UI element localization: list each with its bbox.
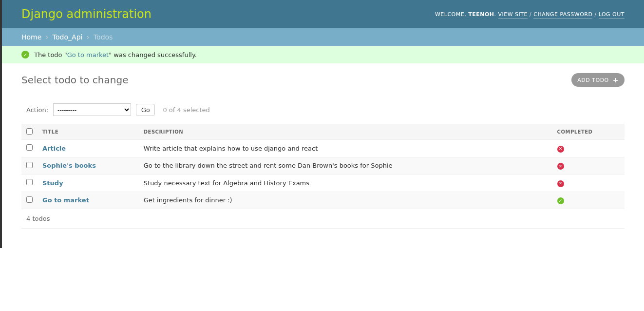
cross-icon: ✕: [557, 163, 564, 170]
site-name[interactable]: Django administration: [21, 7, 152, 21]
action-select[interactable]: ---------: [53, 103, 131, 116]
header: Django administration WELCOME, TEENOH. V…: [2, 0, 644, 28]
add-todo-button[interactable]: ADD TODO +: [571, 73, 625, 87]
logout-link[interactable]: LOG OUT: [599, 11, 625, 19]
header-title[interactable]: TITLE: [38, 124, 139, 140]
row-title-link[interactable]: Sophie's books: [42, 162, 96, 169]
message-object-link[interactable]: Go to market: [67, 51, 109, 58]
row-title-link[interactable]: Article: [42, 145, 66, 152]
table-row: ArticleWrite article that explains how t…: [21, 140, 625, 157]
action-counter: 0 of 4 selected: [163, 106, 209, 114]
user-tools: WELCOME, TEENOH. VIEW SITE / CHANGE PASS…: [435, 11, 625, 18]
page-title: Select todo to change: [21, 74, 128, 86]
plus-icon: +: [613, 77, 619, 83]
row-checkbox[interactable]: [26, 196, 33, 203]
breadcrumb: Home › Todo_Api › Todos: [2, 28, 644, 46]
row-title-link[interactable]: Study: [42, 179, 63, 187]
select-all-checkbox[interactable]: [26, 128, 33, 135]
row-description: Get ingredients for dinner :): [139, 192, 552, 209]
message-suffix: " was changed successfully.: [109, 51, 197, 58]
paginator: 4 todos: [21, 209, 625, 229]
message-prefix: The todo ": [34, 51, 67, 58]
header-checkbox-cell: [21, 124, 38, 140]
results-table: TITLE DESCRIPTION COMPLETED ArticleWrite…: [21, 124, 625, 209]
actions-bar: Action: --------- Go 0 of 4 selected: [21, 98, 625, 121]
row-checkbox-cell: [21, 140, 38, 157]
row-checkbox[interactable]: [26, 179, 33, 185]
table-row: Sophie's booksGo to the library down the…: [21, 157, 625, 175]
row-description: Write article that explains how to use d…: [139, 140, 552, 157]
welcome-text: WELCOME,: [435, 11, 466, 18]
check-icon: ✓: [557, 197, 564, 204]
row-checkbox-cell: [21, 192, 38, 209]
row-checkbox-cell: [21, 175, 38, 192]
add-todo-label: ADD TODO: [577, 77, 608, 83]
row-completed: ✕: [552, 175, 625, 192]
content: Select todo to change ADD TODO + Action:…: [2, 63, 644, 248]
username: TEENOH: [468, 11, 494, 18]
view-site-link[interactable]: VIEW SITE: [498, 11, 528, 19]
row-checkbox[interactable]: [26, 162, 33, 168]
go-button[interactable]: Go: [136, 104, 155, 116]
success-message: ✓ The todo "Go to market" was changed su…: [2, 46, 644, 63]
row-description: Go to the library down the street and re…: [139, 157, 552, 175]
row-title-link[interactable]: Go to market: [42, 196, 89, 204]
row-title-cell: Study: [38, 175, 139, 192]
row-title-cell: Sophie's books: [38, 157, 139, 175]
row-completed: ✕: [552, 157, 625, 175]
header-completed[interactable]: COMPLETED: [552, 124, 625, 140]
row-checkbox[interactable]: [26, 144, 33, 151]
breadcrumb-current: Todos: [94, 33, 113, 41]
check-icon: ✓: [21, 51, 29, 58]
cross-icon: ✕: [557, 146, 564, 153]
row-title-cell: Article: [38, 140, 139, 157]
cross-icon: ✕: [557, 180, 564, 187]
row-completed: ✕: [552, 140, 625, 157]
breadcrumb-app[interactable]: Todo_Api: [53, 33, 83, 41]
row-checkbox-cell: [21, 157, 38, 175]
row-description: Study necessary text for Algebra and His…: [139, 175, 552, 192]
row-completed: ✓: [552, 192, 625, 209]
table-row: StudyStudy necessary text for Algebra an…: [21, 175, 625, 192]
header-description[interactable]: DESCRIPTION: [139, 124, 552, 140]
breadcrumb-home[interactable]: Home: [21, 33, 41, 41]
row-title-cell: Go to market: [38, 192, 139, 209]
change-password-link[interactable]: CHANGE PASSWORD: [533, 11, 592, 19]
action-label: Action:: [26, 106, 48, 114]
table-row: Go to marketGet ingredients for dinner :…: [21, 192, 625, 209]
